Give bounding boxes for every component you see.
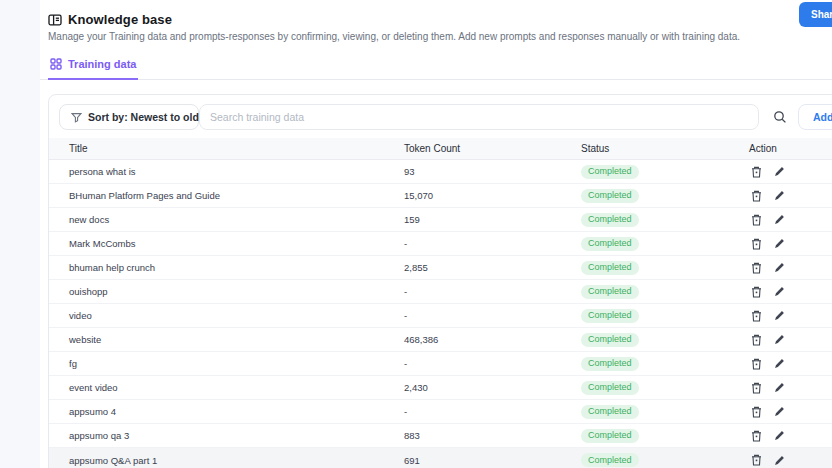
delete-icon[interactable] [749, 453, 763, 467]
delete-icon[interactable] [749, 213, 763, 227]
edit-icon[interactable] [772, 333, 786, 347]
table-row[interactable]: appsumo qa 3 883 Completed [49, 424, 832, 448]
delete-icon[interactable] [749, 429, 763, 443]
edit-icon[interactable] [772, 213, 786, 227]
status-badge: Completed [581, 189, 639, 203]
knowledge-base-icon [48, 13, 62, 27]
table-row[interactable]: Mark McCombs - Completed [49, 232, 832, 256]
edit-icon[interactable] [772, 429, 786, 443]
row-title: appsumo 4 [49, 406, 404, 417]
sort-button-label: Sort by: Newest to oldest [88, 111, 214, 123]
table-row[interactable]: BHuman Platform Pages and Guide 15,070 C… [49, 184, 832, 208]
delete-icon[interactable] [749, 261, 763, 275]
row-title: ouishopp [49, 286, 404, 297]
row-token-count: - [404, 406, 581, 417]
tab-bar: Training data [40, 56, 832, 80]
column-header-status: Status [581, 143, 749, 154]
row-token-count: - [404, 286, 581, 297]
edit-icon[interactable] [772, 357, 786, 371]
edit-icon[interactable] [772, 189, 786, 203]
column-header-tokens: Token Count [404, 143, 581, 154]
table-row[interactable]: event video 2,430 Completed [49, 376, 832, 400]
table-row[interactable]: video - Completed [49, 304, 832, 328]
table-row[interactable]: persona what is 93 Completed [49, 160, 832, 184]
row-token-count: 468,386 [404, 334, 581, 345]
status-badge: Completed [581, 261, 639, 275]
status-badge: Completed [581, 405, 639, 419]
status-badge: Completed [581, 213, 639, 227]
delete-icon[interactable] [749, 285, 763, 299]
edit-icon[interactable] [772, 453, 786, 467]
delete-icon[interactable] [749, 237, 763, 251]
row-actions [749, 405, 832, 419]
tab-training-data[interactable]: Training data [48, 58, 138, 80]
delete-icon[interactable] [749, 381, 763, 395]
delete-icon[interactable] [749, 333, 763, 347]
row-token-count: 93 [404, 166, 581, 177]
table-row[interactable]: appsumo 4 - Completed [49, 400, 832, 424]
table-body: persona what is 93 Completed BHuman Plat… [49, 160, 832, 468]
add-training-data-button[interactable]: Add training data [798, 104, 832, 130]
delete-icon[interactable] [749, 309, 763, 323]
table-row[interactable]: appsumo Q&A part 1 691 Completed [49, 448, 832, 468]
status-badge: Completed [581, 381, 639, 395]
sort-button[interactable]: Sort by: Newest to oldest [59, 104, 199, 130]
column-header-action: Action [749, 143, 832, 154]
edit-icon[interactable] [772, 381, 786, 395]
status-badge: Completed [581, 309, 639, 323]
row-actions [749, 453, 832, 467]
row-actions [749, 189, 832, 203]
table-header: Title Token Count Status Action [49, 138, 832, 160]
row-actions [749, 213, 832, 227]
status-badge: Completed [581, 429, 639, 443]
row-actions [749, 237, 832, 251]
row-title: bhuman help crunch [49, 262, 404, 273]
left-rail [0, 0, 40, 468]
row-token-count: - [404, 358, 581, 369]
row-token-count: 691 [404, 455, 581, 466]
tab-training-data-label: Training data [68, 58, 136, 70]
row-actions [749, 261, 832, 275]
table-row[interactable]: ouishopp - Completed [49, 280, 832, 304]
row-token-count: - [404, 310, 581, 321]
page-subtitle: Manage your Training data and prompts-re… [48, 31, 832, 42]
edit-icon[interactable] [772, 285, 786, 299]
row-token-count: 2,855 [404, 262, 581, 273]
training-data-card: Sort by: Newest to oldest Add training d… [48, 94, 832, 468]
row-title: new docs [49, 214, 404, 225]
share-prompts-button[interactable]: Share prompts [799, 2, 832, 27]
edit-icon[interactable] [772, 237, 786, 251]
row-actions [749, 429, 832, 443]
delete-icon[interactable] [749, 189, 763, 203]
edit-icon[interactable] [772, 261, 786, 275]
delete-icon[interactable] [749, 165, 763, 179]
status-badge: Completed [581, 285, 639, 299]
edit-icon[interactable] [772, 165, 786, 179]
grid-icon [50, 58, 62, 70]
search-icon[interactable] [771, 108, 789, 126]
row-title: BHuman Platform Pages and Guide [49, 190, 404, 201]
row-title: fg [49, 358, 404, 369]
row-actions [749, 357, 832, 371]
row-actions [749, 333, 832, 347]
search-input[interactable] [199, 104, 759, 130]
row-token-count: 2,430 [404, 382, 581, 393]
row-title: video [49, 310, 404, 321]
edit-icon[interactable] [772, 405, 786, 419]
row-title: appsumo Q&A part 1 [49, 455, 404, 466]
table-row[interactable]: new docs 159 Completed [49, 208, 832, 232]
delete-icon[interactable] [749, 357, 763, 371]
delete-icon[interactable] [749, 405, 763, 419]
table-row[interactable]: fg - Completed [49, 352, 832, 376]
knowledge-base-page: Knowledge base Manage your Training data… [0, 0, 832, 468]
row-actions [749, 381, 832, 395]
row-title: Mark McCombs [49, 238, 404, 249]
row-actions [749, 285, 832, 299]
row-title: event video [49, 382, 404, 393]
row-title: appsumo qa 3 [49, 430, 404, 441]
table-row[interactable]: bhuman help crunch 2,855 Completed [49, 256, 832, 280]
table-row[interactable]: website 468,386 Completed [49, 328, 832, 352]
edit-icon[interactable] [772, 309, 786, 323]
status-badge: Completed [581, 237, 639, 251]
row-token-count: 15,070 [404, 190, 581, 201]
